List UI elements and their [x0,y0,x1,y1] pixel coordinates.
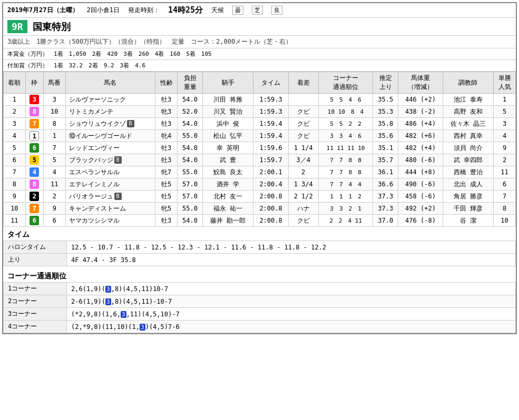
horse-name: ⑩イルーシヴゴールド [65,130,155,142]
seire: 牝5 [155,203,178,215]
seire: 牡5 [155,178,178,191]
futan: 52.0 [178,106,203,118]
waku-cell: 7 [25,118,43,130]
highlight-number: 3 [105,286,111,293]
waku-badge: 8 [30,179,39,189]
jockey: 鮫島 良太 [203,166,253,178]
jockey: 浜中 俊 [203,118,253,130]
weight: 492 (+2) [398,203,443,215]
col-chakujun: 着順 [4,72,26,94]
banum: 6 [43,215,65,227]
trainer: 千田 輝彦 [443,203,493,215]
ninkis: 7 [494,191,516,203]
agari: 35.3 [373,106,398,118]
agari: 35.6 [373,130,398,142]
waku-cell: 8 [25,178,43,191]
time: 2:00.8 [253,191,288,203]
weight: 458 (-6) [398,191,443,203]
corner-section-title: コーナー通過順位 [3,268,516,282]
corner: 7 7 4 4 [318,178,373,191]
corner-label: 3コーナー [4,308,67,321]
weight: 476 (-8) [398,215,443,227]
horse-name: レッドエンヴィー [65,142,155,154]
time: 1:59.4 [253,130,288,142]
banum: 7 [43,142,65,154]
time: 2:00.8 [253,203,288,215]
trainer: 高野 友和 [443,106,493,118]
ninkis: 1 [494,94,516,106]
waku-badge: 7 [30,204,39,213]
table-row: 6 5 5 ブラックバッジB 牡3 54.0 武 豊 1:59.7 3／4 7 … [4,154,516,166]
chakujun: 2 [4,106,26,118]
chakujun: 11 [4,215,26,227]
horse-name: エスペランサルル [65,166,155,178]
trainer: 谷 潔 [443,215,493,227]
time: 1:59.3 [253,106,288,118]
time: 2:00.1 [253,166,288,178]
table-row: 10 7 9 キャンディストーム 牝5 55.0 福永 祐一 2:00.8 ハナ… [4,203,516,215]
chakusa: クビ [288,118,318,130]
chakusa [288,94,318,106]
track-condition: 良 [271,6,282,15]
seire: 牡3 [155,142,178,154]
weather-label: 天候 [211,6,224,15]
corner-label: 2コーナー [4,295,67,308]
horse-name: バリオラージュB [65,191,155,203]
col-time: タイム [253,72,288,94]
ninkis: 2 [494,154,516,166]
waku-badge: 4 [30,167,39,177]
weight: 438 (-2) [398,106,443,118]
weight: 486 (+4) [398,118,443,130]
waku-cell: 8 [25,106,43,118]
col-trainer: 調教師 [443,72,493,94]
jockey: 藤井 勘一郎 [203,215,253,227]
seire: 牡3 [155,215,178,227]
weight: 490 (-6) [398,178,443,191]
jockey: 松山 弘平 [203,130,253,142]
time: 1:59.3 [253,94,288,106]
corner-value: (2,*9,8)(11,10)(1,3)(4,5)7-6 [67,321,516,333]
banum: 5 [43,154,65,166]
jockey: 川田 将雅 [203,94,253,106]
time: 2:00.8 [253,215,288,227]
weight: 480 (-6) [398,154,443,166]
waku-cell: 5 [25,154,43,166]
futan: 54.0 [178,154,203,166]
weight: 446 (+2) [398,94,443,106]
col-banum: 馬番 [43,72,65,94]
b-badge: B [114,193,122,200]
horse-name: シルヴァーソニック [65,94,155,106]
table-row: 3 7 8 ショウリュウイクゾB 牡3 54.0 浜中 俊 1:59.4 クビ … [4,118,516,130]
banum: 4 [43,166,65,178]
futan: 55.0 [178,130,203,142]
table-row: 9 2 2 バリオラージュB 牡5 57.0 北村 友一 2:00.8 2 1/… [4,191,516,203]
halon-row: ハロンタイム 12.5 - 10.7 - 11.8 - 12.5 - 12.3 … [4,241,516,254]
ninkis: 9 [494,142,516,154]
corner: 5 5 4 6 [318,94,373,106]
horse-name: リトミカメンテ [65,106,155,118]
corner-row: 4コーナー (2,*9,8)(11,10)(1,3)(4,5)7-6 [4,321,516,333]
banum: 8 [43,118,65,130]
race-date: 2019年7月27日（土曜） [7,6,79,15]
ninkis: 4 [494,130,516,142]
race-title: 国東特別 [33,21,71,33]
race-info: 3歳以上 1勝クラス（500万円以下）（混合）（特指） 定量 コース：2,000… [3,36,516,48]
col-futan: 負担重量 [178,72,203,94]
ninkis: 6 [494,178,516,191]
waku-badge: 8 [30,107,39,116]
weight: 444 (+8) [398,166,443,178]
col-chakusa: 着差 [288,72,318,94]
agari: 37.3 [373,191,398,203]
corner-value: (*2,9,8)(1,6,3,11)(4,5,10)-7 [67,308,516,321]
waku-badge: 2 [30,192,39,201]
race-results-table: 着順 枠 馬番 馬名 性齢 負担重量 騎手 タイム 着差 コーナー通過順位 推定… [3,72,516,227]
col-agari: 推定上り [373,72,398,94]
weight: 482 (+4) [398,142,443,154]
waku-badge: 3 [30,95,39,104]
horse-name: ショウリュウイクゾB [65,118,155,130]
prize-row: 本賞金（万円） 1着 1,050 2着 420 3着 260 4着 160 5着… [3,48,516,60]
chakusa: クビ [288,106,318,118]
time: 1:59.6 [253,142,288,154]
jockey: 福永 祐一 [203,203,253,215]
waku-badge: 5 [30,155,39,165]
